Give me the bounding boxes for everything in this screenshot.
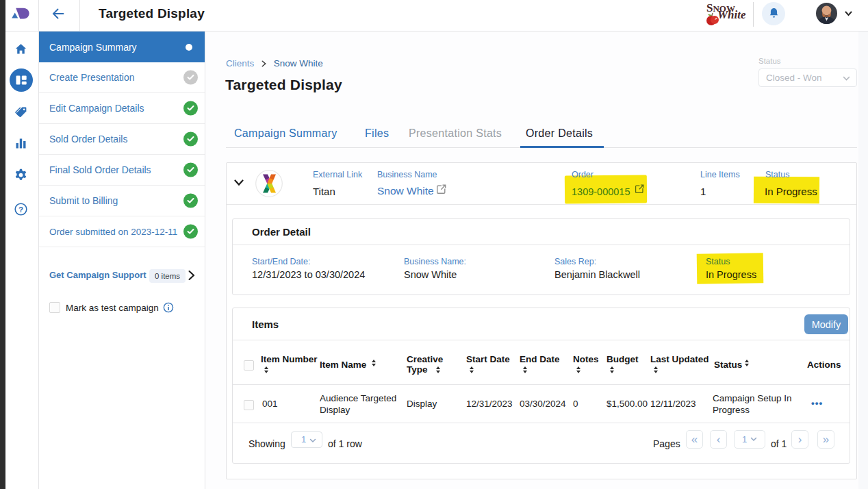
svg-text:?: ?	[18, 205, 23, 214]
